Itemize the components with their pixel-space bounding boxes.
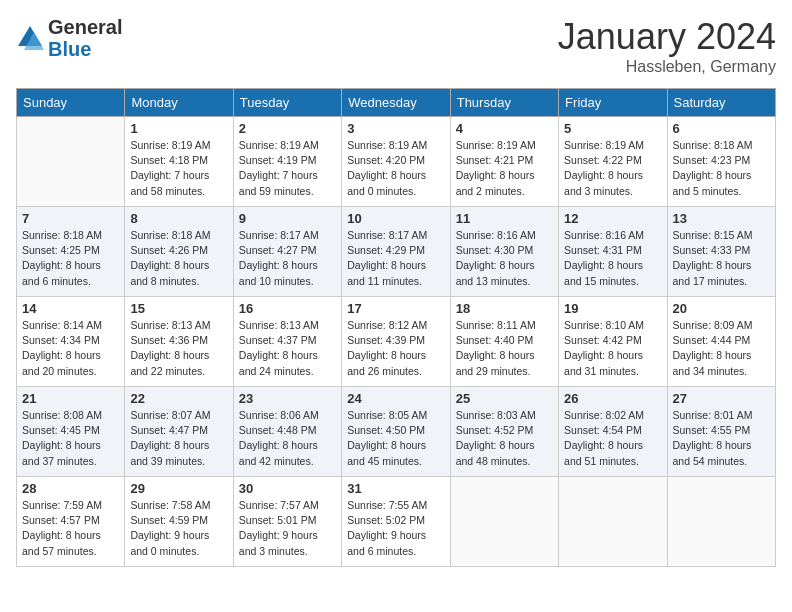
day-info: Sunrise: 8:19 AM Sunset: 4:21 PM Dayligh… bbox=[456, 138, 553, 199]
calendar-table: SundayMondayTuesdayWednesdayThursdayFrid… bbox=[16, 88, 776, 567]
page-header: General Blue January 2024 Hassleben, Ger… bbox=[16, 16, 776, 76]
day-number: 15 bbox=[130, 301, 227, 316]
day-number: 12 bbox=[564, 211, 661, 226]
day-info: Sunrise: 8:18 AM Sunset: 4:26 PM Dayligh… bbox=[130, 228, 227, 289]
calendar-day-cell: 1Sunrise: 8:19 AM Sunset: 4:18 PM Daylig… bbox=[125, 117, 233, 207]
calendar-week-row: 21Sunrise: 8:08 AM Sunset: 4:45 PM Dayli… bbox=[17, 387, 776, 477]
logo-general-text: General bbox=[48, 16, 122, 38]
weekday-header: Friday bbox=[559, 89, 667, 117]
calendar-day-cell: 6Sunrise: 8:18 AM Sunset: 4:23 PM Daylig… bbox=[667, 117, 775, 207]
weekday-header: Monday bbox=[125, 89, 233, 117]
calendar-day-cell: 31Sunrise: 7:55 AM Sunset: 5:02 PM Dayli… bbox=[342, 477, 450, 567]
day-info: Sunrise: 8:19 AM Sunset: 4:20 PM Dayligh… bbox=[347, 138, 444, 199]
calendar-day-cell: 9Sunrise: 8:17 AM Sunset: 4:27 PM Daylig… bbox=[233, 207, 341, 297]
calendar-week-row: 28Sunrise: 7:59 AM Sunset: 4:57 PM Dayli… bbox=[17, 477, 776, 567]
calendar-day-cell: 18Sunrise: 8:11 AM Sunset: 4:40 PM Dayli… bbox=[450, 297, 558, 387]
calendar-day-cell: 17Sunrise: 8:12 AM Sunset: 4:39 PM Dayli… bbox=[342, 297, 450, 387]
day-number: 29 bbox=[130, 481, 227, 496]
calendar-day-cell: 4Sunrise: 8:19 AM Sunset: 4:21 PM Daylig… bbox=[450, 117, 558, 207]
day-number: 27 bbox=[673, 391, 770, 406]
day-number: 19 bbox=[564, 301, 661, 316]
calendar-day-cell: 2Sunrise: 8:19 AM Sunset: 4:19 PM Daylig… bbox=[233, 117, 341, 207]
day-number: 31 bbox=[347, 481, 444, 496]
day-number: 20 bbox=[673, 301, 770, 316]
day-number: 22 bbox=[130, 391, 227, 406]
logo-icon bbox=[16, 24, 44, 52]
calendar-day-cell: 30Sunrise: 7:57 AM Sunset: 5:01 PM Dayli… bbox=[233, 477, 341, 567]
calendar-day-cell: 12Sunrise: 8:16 AM Sunset: 4:31 PM Dayli… bbox=[559, 207, 667, 297]
day-info: Sunrise: 8:17 AM Sunset: 4:29 PM Dayligh… bbox=[347, 228, 444, 289]
day-number: 25 bbox=[456, 391, 553, 406]
day-number: 9 bbox=[239, 211, 336, 226]
weekday-header: Thursday bbox=[450, 89, 558, 117]
day-number: 17 bbox=[347, 301, 444, 316]
day-info: Sunrise: 8:19 AM Sunset: 4:18 PM Dayligh… bbox=[130, 138, 227, 199]
calendar-day-cell: 27Sunrise: 8:01 AM Sunset: 4:55 PM Dayli… bbox=[667, 387, 775, 477]
month-title: January 2024 bbox=[558, 16, 776, 58]
calendar-day-cell bbox=[559, 477, 667, 567]
day-number: 7 bbox=[22, 211, 119, 226]
day-info: Sunrise: 8:08 AM Sunset: 4:45 PM Dayligh… bbox=[22, 408, 119, 469]
location: Hassleben, Germany bbox=[558, 58, 776, 76]
day-number: 5 bbox=[564, 121, 661, 136]
day-number: 30 bbox=[239, 481, 336, 496]
calendar-day-cell: 14Sunrise: 8:14 AM Sunset: 4:34 PM Dayli… bbox=[17, 297, 125, 387]
calendar-header-row: SundayMondayTuesdayWednesdayThursdayFrid… bbox=[17, 89, 776, 117]
calendar-day-cell: 22Sunrise: 8:07 AM Sunset: 4:47 PM Dayli… bbox=[125, 387, 233, 477]
calendar-day-cell: 21Sunrise: 8:08 AM Sunset: 4:45 PM Dayli… bbox=[17, 387, 125, 477]
calendar-day-cell bbox=[667, 477, 775, 567]
day-info: Sunrise: 8:15 AM Sunset: 4:33 PM Dayligh… bbox=[673, 228, 770, 289]
calendar-day-cell: 10Sunrise: 8:17 AM Sunset: 4:29 PM Dayli… bbox=[342, 207, 450, 297]
day-number: 26 bbox=[564, 391, 661, 406]
day-info: Sunrise: 7:58 AM Sunset: 4:59 PM Dayligh… bbox=[130, 498, 227, 559]
day-number: 4 bbox=[456, 121, 553, 136]
calendar-day-cell bbox=[450, 477, 558, 567]
day-info: Sunrise: 8:19 AM Sunset: 4:19 PM Dayligh… bbox=[239, 138, 336, 199]
calendar-day-cell: 8Sunrise: 8:18 AM Sunset: 4:26 PM Daylig… bbox=[125, 207, 233, 297]
day-info: Sunrise: 8:01 AM Sunset: 4:55 PM Dayligh… bbox=[673, 408, 770, 469]
day-info: Sunrise: 8:13 AM Sunset: 4:36 PM Dayligh… bbox=[130, 318, 227, 379]
day-info: Sunrise: 8:11 AM Sunset: 4:40 PM Dayligh… bbox=[456, 318, 553, 379]
day-number: 14 bbox=[22, 301, 119, 316]
calendar-day-cell: 24Sunrise: 8:05 AM Sunset: 4:50 PM Dayli… bbox=[342, 387, 450, 477]
day-number: 23 bbox=[239, 391, 336, 406]
calendar-day-cell: 19Sunrise: 8:10 AM Sunset: 4:42 PM Dayli… bbox=[559, 297, 667, 387]
weekday-header: Saturday bbox=[667, 89, 775, 117]
calendar-week-row: 14Sunrise: 8:14 AM Sunset: 4:34 PM Dayli… bbox=[17, 297, 776, 387]
logo-blue-text: Blue bbox=[48, 38, 91, 60]
day-info: Sunrise: 7:55 AM Sunset: 5:02 PM Dayligh… bbox=[347, 498, 444, 559]
day-info: Sunrise: 8:16 AM Sunset: 4:31 PM Dayligh… bbox=[564, 228, 661, 289]
calendar-day-cell: 25Sunrise: 8:03 AM Sunset: 4:52 PM Dayli… bbox=[450, 387, 558, 477]
calendar-day-cell: 29Sunrise: 7:58 AM Sunset: 4:59 PM Dayli… bbox=[125, 477, 233, 567]
day-number: 6 bbox=[673, 121, 770, 136]
calendar-day-cell: 26Sunrise: 8:02 AM Sunset: 4:54 PM Dayli… bbox=[559, 387, 667, 477]
calendar-day-cell: 16Sunrise: 8:13 AM Sunset: 4:37 PM Dayli… bbox=[233, 297, 341, 387]
calendar-day-cell: 11Sunrise: 8:16 AM Sunset: 4:30 PM Dayli… bbox=[450, 207, 558, 297]
day-info: Sunrise: 8:06 AM Sunset: 4:48 PM Dayligh… bbox=[239, 408, 336, 469]
calendar-day-cell: 13Sunrise: 8:15 AM Sunset: 4:33 PM Dayli… bbox=[667, 207, 775, 297]
day-number: 13 bbox=[673, 211, 770, 226]
day-info: Sunrise: 7:57 AM Sunset: 5:01 PM Dayligh… bbox=[239, 498, 336, 559]
day-number: 2 bbox=[239, 121, 336, 136]
day-info: Sunrise: 8:05 AM Sunset: 4:50 PM Dayligh… bbox=[347, 408, 444, 469]
day-info: Sunrise: 8:09 AM Sunset: 4:44 PM Dayligh… bbox=[673, 318, 770, 379]
calendar-day-cell: 15Sunrise: 8:13 AM Sunset: 4:36 PM Dayli… bbox=[125, 297, 233, 387]
day-info: Sunrise: 8:03 AM Sunset: 4:52 PM Dayligh… bbox=[456, 408, 553, 469]
day-info: Sunrise: 8:17 AM Sunset: 4:27 PM Dayligh… bbox=[239, 228, 336, 289]
day-number: 16 bbox=[239, 301, 336, 316]
calendar-day-cell: 23Sunrise: 8:06 AM Sunset: 4:48 PM Dayli… bbox=[233, 387, 341, 477]
day-number: 28 bbox=[22, 481, 119, 496]
calendar-day-cell bbox=[17, 117, 125, 207]
calendar-day-cell: 5Sunrise: 8:19 AM Sunset: 4:22 PM Daylig… bbox=[559, 117, 667, 207]
day-number: 10 bbox=[347, 211, 444, 226]
weekday-header: Tuesday bbox=[233, 89, 341, 117]
logo: General Blue bbox=[16, 16, 122, 60]
title-block: January 2024 Hassleben, Germany bbox=[558, 16, 776, 76]
day-info: Sunrise: 7:59 AM Sunset: 4:57 PM Dayligh… bbox=[22, 498, 119, 559]
calendar-week-row: 7Sunrise: 8:18 AM Sunset: 4:25 PM Daylig… bbox=[17, 207, 776, 297]
day-info: Sunrise: 8:18 AM Sunset: 4:25 PM Dayligh… bbox=[22, 228, 119, 289]
day-number: 24 bbox=[347, 391, 444, 406]
day-info: Sunrise: 8:12 AM Sunset: 4:39 PM Dayligh… bbox=[347, 318, 444, 379]
day-number: 3 bbox=[347, 121, 444, 136]
day-number: 8 bbox=[130, 211, 227, 226]
